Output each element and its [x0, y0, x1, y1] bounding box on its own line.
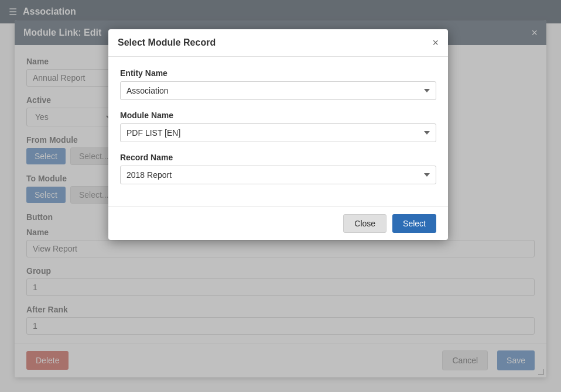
entity-name-select[interactable]: Association — [120, 81, 436, 100]
module-name-group: Module Name PDF LIST [EN] — [120, 111, 436, 142]
module-name-label: Module Name — [120, 111, 436, 120]
close-modal-button[interactable]: Close — [343, 214, 386, 233]
select-modal-close-button[interactable]: × — [432, 37, 439, 48]
entity-name-label: Entity Name — [120, 68, 436, 78]
module-name-select[interactable]: PDF LIST [EN] — [120, 123, 436, 142]
select-modal-body: Entity Name Association Module Name PDF … — [108, 57, 448, 207]
record-name-group: Record Name 2018 Report — [120, 153, 436, 184]
select-modal-header: Select Module Record × — [108, 29, 448, 57]
entity-name-group: Entity Name Association — [120, 68, 436, 100]
select-modal-select-button[interactable]: Select — [392, 214, 436, 233]
select-modal-footer: Close Select — [108, 207, 448, 240]
record-name-label: Record Name — [120, 153, 436, 162]
select-module-modal: Select Module Record × Entity Name Assoc… — [108, 29, 448, 240]
record-name-select[interactable]: 2018 Report — [120, 166, 436, 184]
select-modal-title: Select Module Record — [118, 37, 215, 48]
